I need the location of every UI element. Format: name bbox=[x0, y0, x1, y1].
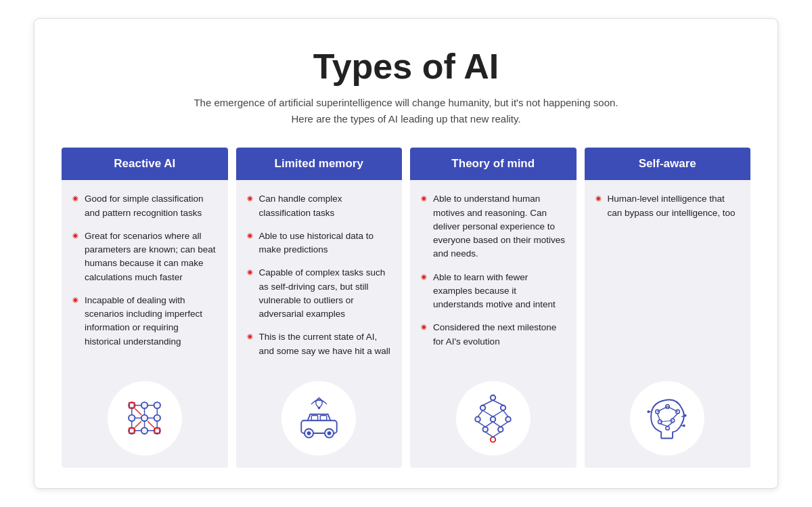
svg-line-47 bbox=[483, 411, 493, 417]
svg-point-34 bbox=[327, 431, 331, 435]
svg-point-62 bbox=[665, 426, 669, 431]
svg-line-46 bbox=[478, 411, 483, 417]
svg-point-42 bbox=[498, 427, 503, 433]
svg-line-68 bbox=[667, 422, 673, 426]
columns-grid: Reactive AI Good for simple classificati… bbox=[62, 148, 750, 468]
svg-line-51 bbox=[486, 422, 493, 427]
list-item: Human-level intelligence that can bypass… bbox=[595, 192, 740, 220]
bullet-list-self-aware: Human-level intelligence that can bypass… bbox=[595, 192, 740, 220]
svg-line-65 bbox=[657, 414, 660, 420]
svg-line-54 bbox=[486, 432, 493, 437]
column-header-self-aware: Self-aware bbox=[585, 148, 751, 180]
svg-line-63 bbox=[657, 407, 667, 412]
svg-point-7 bbox=[141, 428, 148, 434]
svg-line-49 bbox=[503, 411, 509, 417]
list-item: Able to learn with fewer examples becaus… bbox=[421, 271, 566, 312]
bullet-list-reactive-ai: Good for simple classification and patte… bbox=[72, 192, 217, 349]
column-body-reactive-ai: Good for simple classification and patte… bbox=[62, 180, 228, 374]
list-item: Able to use historical data to make pred… bbox=[247, 229, 392, 257]
svg-line-53 bbox=[501, 422, 508, 427]
icon-area-reactive bbox=[62, 374, 228, 468]
column-body-self-aware: Human-level intelligence that can bypass… bbox=[585, 180, 751, 374]
icon-circle-car bbox=[281, 381, 356, 456]
svg-point-3 bbox=[129, 415, 135, 421]
column-body-limited-memory: Can handle complex classification tasks … bbox=[236, 180, 403, 374]
column-theory-of-mind: Theory of mind Able to understand human … bbox=[410, 148, 577, 468]
svg-rect-30 bbox=[320, 416, 326, 421]
svg-line-24 bbox=[135, 409, 141, 415]
svg-line-64 bbox=[667, 407, 677, 412]
column-header-theory-of-mind: Theory of mind bbox=[410, 148, 577, 180]
car-icon bbox=[294, 393, 344, 443]
svg-point-37 bbox=[501, 405, 506, 411]
list-item: This is the current state of AI, and som… bbox=[247, 330, 392, 358]
column-self-aware: Self-aware Human-level intelligence that… bbox=[585, 148, 751, 468]
list-item: Great for scenarios where all parameters… bbox=[72, 229, 217, 284]
svg-point-41 bbox=[483, 427, 489, 433]
svg-point-33 bbox=[307, 431, 311, 435]
svg-line-26 bbox=[148, 421, 154, 427]
main-card: Types of AI The emergence of artificial … bbox=[34, 18, 778, 489]
list-item: Able to understand human motives and rea… bbox=[421, 192, 566, 261]
svg-line-50 bbox=[478, 422, 485, 427]
bullet-list-theory-of-mind: Able to understand human motives and rea… bbox=[421, 192, 566, 349]
column-header-limited-memory: Limited memory bbox=[236, 148, 403, 180]
page-title: Types of AI bbox=[62, 46, 750, 87]
svg-line-52 bbox=[493, 422, 501, 427]
list-item: Incapable of dealing with scenarios incl… bbox=[72, 294, 217, 349]
svg-point-40 bbox=[506, 417, 512, 422]
svg-point-1 bbox=[141, 402, 148, 408]
svg-point-43 bbox=[491, 437, 496, 443]
svg-point-36 bbox=[480, 405, 486, 411]
column-limited-memory: Limited memory Can handle complex classi… bbox=[236, 148, 403, 468]
list-item: Capable of complex tasks such as self-dr… bbox=[247, 266, 392, 321]
svg-line-48 bbox=[493, 411, 503, 417]
svg-point-27 bbox=[317, 407, 320, 410]
page-header: Types of AI The emergence of artificial … bbox=[62, 46, 750, 127]
svg-point-4 bbox=[141, 415, 148, 421]
svg-point-5 bbox=[154, 415, 160, 421]
svg-line-44 bbox=[483, 401, 493, 406]
svg-line-45 bbox=[493, 401, 503, 406]
icon-area-brain bbox=[585, 374, 751, 468]
svg-line-25 bbox=[135, 421, 141, 427]
column-reactive-ai: Reactive AI Good for simple classificati… bbox=[62, 148, 228, 468]
column-header-reactive-ai: Reactive AI bbox=[62, 148, 228, 180]
svg-line-67 bbox=[660, 424, 667, 426]
svg-rect-29 bbox=[311, 416, 317, 421]
bullet-list-limited-memory: Can handle complex classification tasks … bbox=[247, 192, 392, 358]
reactive-icon bbox=[119, 393, 170, 443]
column-body-theory-of-mind: Able to understand human motives and rea… bbox=[410, 180, 577, 374]
list-item: Considered the next milestone for AI's e… bbox=[421, 321, 566, 349]
icon-area-network bbox=[410, 374, 577, 468]
list-item: Good for simple classification and patte… bbox=[72, 192, 217, 220]
icon-area-car bbox=[236, 374, 403, 468]
network-icon bbox=[468, 393, 518, 443]
icon-circle-network bbox=[456, 381, 531, 456]
page-subtitle: The emergence of artificial superintelli… bbox=[62, 95, 750, 127]
list-item: Can handle complex classification tasks bbox=[247, 192, 392, 220]
icon-circle-brain bbox=[630, 381, 704, 456]
icon-circle-reactive bbox=[108, 381, 182, 456]
brain-icon bbox=[642, 393, 693, 443]
svg-line-66 bbox=[673, 414, 678, 419]
svg-point-38 bbox=[476, 417, 481, 422]
svg-point-39 bbox=[491, 417, 496, 422]
svg-line-55 bbox=[493, 432, 501, 437]
svg-point-2 bbox=[154, 402, 160, 408]
svg-point-35 bbox=[491, 395, 496, 401]
